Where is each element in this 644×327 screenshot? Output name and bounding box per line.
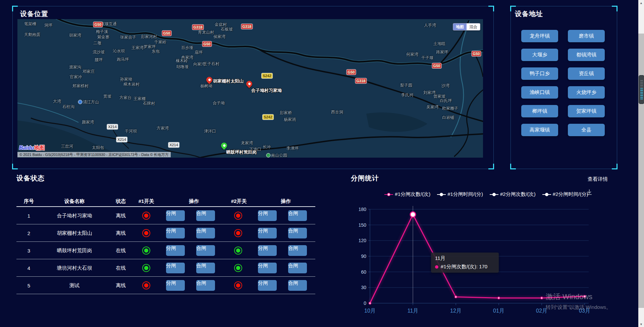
map-place-label: 庙坪 [195, 50, 203, 55]
road-badge-S242: S242 [261, 73, 273, 79]
map-place-label: 郑家榜村 [72, 83, 89, 89]
map-place-label: 土地咀 [433, 41, 445, 47]
switch1-indicator [142, 229, 150, 237]
open-switch1-button[interactable]: 分闸 [166, 245, 185, 256]
road-badge-S242: S242 [262, 114, 274, 120]
view-details-link[interactable]: 查看详情 [588, 176, 608, 182]
device-address-title: 设备地址 [515, 9, 543, 18]
legend-item[interactable]: #1分闸时间/(分) [437, 191, 483, 198]
address-button[interactable]: 龙舟坪镇 [521, 30, 558, 42]
open-switch1-button[interactable]: 分闸 [166, 210, 185, 221]
address-button[interactable]: 资丘镇 [568, 67, 605, 80]
device-name: 测试 [69, 282, 79, 288]
map-place-label: 二墩 [93, 40, 101, 46]
data-point[interactable] [369, 302, 371, 304]
address-button[interactable]: 鸭子口乡 [521, 67, 558, 80]
map-place-label: 沙湾 [441, 83, 449, 89]
scrollbar-down-button[interactable]: ▼ [638, 321, 644, 327]
row-index: 5 [28, 282, 30, 288]
corner-decoration [488, 6, 494, 11]
map-place-label: 邓家庄 [83, 69, 95, 74]
y-axis-label: 150 [359, 222, 367, 228]
map-place-label: 大湾 [53, 99, 61, 104]
switch1-indicator [142, 264, 150, 272]
map-place-label: 跑马坪 [117, 57, 129, 62]
close-switch1-button[interactable]: 合闸 [196, 210, 215, 221]
legend-item[interactable]: #2分闸次数/(次) [490, 191, 536, 198]
close-switch1-button[interactable]: 合闸 [196, 228, 215, 238]
map-poi-label: 清江方山 [83, 99, 99, 105]
map-place-label: 流沙坡 [93, 49, 105, 55]
address-button[interactable]: 贺家坪镇 [568, 105, 605, 117]
legend-marker-icon [437, 193, 446, 196]
address-button[interactable]: 大堰乡 [521, 49, 558, 61]
device-name: 胡家棚村太阳山 [57, 230, 92, 236]
address-button[interactable]: 高家堰镇 [521, 124, 558, 136]
map-place-label: 彭家河村 [141, 34, 157, 40]
windows-activation-watermark: 激活 Windows 转到“设置”以激活 Windows。 [546, 292, 611, 311]
chart-legend: #1分闸次数/(次)#1分闸时间/(分)#2分闸次数/(次)#2分闸时间/(分) [349, 191, 624, 198]
address-button[interactable]: 渔峡口镇 [521, 86, 558, 99]
map-place-label: 百步垭 [181, 45, 193, 51]
open-switch2-button[interactable]: 分闸 [258, 280, 277, 291]
data-point[interactable] [541, 297, 543, 299]
data-point[interactable] [498, 297, 500, 299]
address-button[interactable]: 火烧坪乡 [568, 86, 605, 99]
close-switch1-button[interactable]: 合闸 [196, 263, 215, 273]
open-switch1-button[interactable]: 分闸 [166, 280, 185, 291]
data-point[interactable] [455, 296, 457, 298]
address-button[interactable]: 榔坪镇 [521, 105, 558, 117]
corner-decoration [12, 6, 18, 11]
y-axis-label: 120 [359, 238, 367, 243]
device-status: 离线 [116, 282, 126, 288]
x-axis-label: 11月 [408, 308, 419, 314]
corner-decoration [612, 164, 618, 169]
table-row: 1合子坳村习家坳离线分闸合闸分闸合闸 [16, 207, 315, 224]
column-header: 序号 [24, 198, 34, 205]
highlighted-data-point[interactable] [410, 212, 416, 217]
road-badge-G50: G50 [162, 31, 172, 36]
open-switch2-button[interactable]: 分闸 [258, 210, 277, 221]
map-place-label: 贯坡 [103, 94, 111, 99]
column-header: 操作 [189, 198, 199, 205]
address-button[interactable]: 磨市镇 [568, 30, 605, 42]
open-switch2-button[interactable]: 分闸 [258, 263, 277, 273]
close-switch2-button[interactable]: 合闸 [288, 245, 307, 256]
trip-stats-title: 分闸统计 [349, 174, 624, 183]
scrollbar-thumb[interactable] [638, 34, 644, 308]
corner-decoration [12, 164, 18, 169]
legend-label: #2分闸时间/(分) [553, 191, 588, 198]
map-place-label: 青龙山村 [198, 30, 214, 35]
row-index: 4 [28, 265, 30, 271]
open-switch1-button[interactable]: 分闸 [166, 263, 185, 273]
map-place-label: 路家坪 [436, 49, 448, 55]
map-marker-label: 胡家棚村太阳山 [213, 78, 244, 84]
map-place-label: 白岩铺 [442, 115, 454, 120]
map-place-label: 笔架槽 [24, 21, 36, 27]
open-switch1-button[interactable]: 分闸 [166, 228, 185, 238]
close-switch2-button[interactable]: 合闸 [288, 228, 307, 238]
map-place-label: 杨家淌 [284, 117, 296, 122]
close-switch2-button[interactable]: 合闸 [288, 263, 307, 273]
scrollbar-up-button[interactable]: ▲ [638, 0, 644, 6]
table-row: 2胡家棚村太阳山离线分闸合闸分闸合闸 [16, 224, 315, 242]
tooltip-month: 11月 [435, 255, 495, 262]
address-button[interactable]: 全县 [568, 124, 605, 136]
baidu-logo-suffix: 地图 [34, 145, 45, 151]
close-switch2-button[interactable]: 合闸 [288, 210, 307, 221]
legend-item[interactable]: #2分闸时间/(分) [542, 191, 588, 198]
legend-label: #1分闸次数/(次) [395, 191, 430, 198]
close-switch2-button[interactable]: 合闸 [288, 280, 307, 291]
legend-item[interactable]: #1分闸次数/(次) [384, 191, 430, 198]
road-badge-G50: G50 [432, 63, 442, 69]
close-switch1-button[interactable]: 合闸 [196, 245, 215, 256]
map-place-label: 石板坡 [221, 26, 233, 32]
close-switch1-button[interactable]: 合闸 [196, 280, 215, 291]
map-type-button-map[interactable]: 地图 [453, 23, 467, 30]
open-switch2-button[interactable]: 分闸 [258, 245, 277, 256]
map-type-button-hybrid[interactable]: 混合 [467, 23, 480, 30]
baidu-map[interactable]: 笔架槽洞坪天鹅抱蛋胡家湾高家堰互通梅子溪紫金寨二墩张家合子彭家河村千家岭王家湾罗… [17, 19, 483, 158]
device-status: 离线 [116, 230, 126, 236]
address-button[interactable]: 都镇湾镇 [568, 49, 605, 61]
open-switch2-button[interactable]: 分闸 [258, 228, 277, 238]
